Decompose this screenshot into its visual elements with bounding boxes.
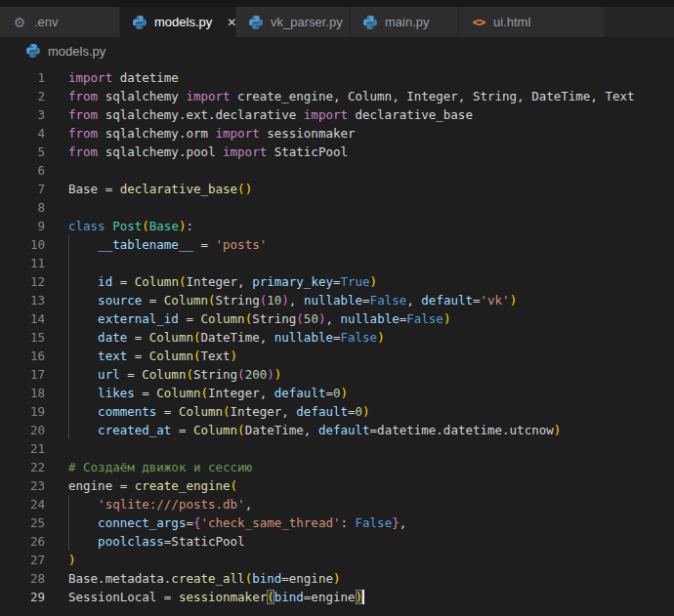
line-number: 29 (0, 588, 45, 606)
code-text: Base.metadata.create_all(bind=engine) (68, 569, 674, 588)
tab--env[interactable]: ⚙.env (0, 7, 119, 37)
tab-ui-html[interactable]: <>ui.html (459, 7, 604, 37)
line-number: 21 (0, 439, 45, 458)
code-line[interactable]: 20 created_at = Column(DateTime, default… (0, 421, 674, 439)
line-number: 26 (0, 532, 45, 551)
code-text: # Создаём движок и сессию (68, 458, 674, 476)
code-line[interactable]: 29SessionLocal = sessionmaker(bind=engin… (0, 588, 674, 606)
code-text (68, 439, 674, 458)
gear-icon: ⚙ (12, 15, 27, 30)
line-number: 6 (0, 161, 45, 180)
code-text: url = Column(String(200)) (68, 365, 674, 384)
titlebar-edge (0, 0, 674, 7)
code-line[interactable]: 18 likes = Column(Integer, default=0) (0, 384, 674, 402)
code-line[interactable]: 13 source = Column(String(10), nullable=… (0, 291, 674, 309)
python-icon (362, 15, 378, 30)
tab-vk_parser-py[interactable]: vk_parser.py (236, 7, 350, 37)
code-line[interactable]: 9class Post(Base): (0, 217, 674, 235)
code-text: source = Column(String(10), nullable=Fal… (68, 291, 674, 309)
code-text: from sqlalchemy.orm import sessionmaker (68, 124, 674, 143)
code-text: from sqlalchemy.ext.declarative import d… (68, 105, 674, 124)
code-line[interactable]: 28Base.metadata.create_all(bind=engine) (0, 569, 674, 588)
code-line[interactable]: 3from sqlalchemy.ext.declarative import … (0, 105, 674, 124)
line-number: 28 (0, 569, 45, 588)
code-line[interactable]: 17 url = Column(String(200)) (0, 365, 674, 384)
vscode-window: ⚙.envmodels.py✕vk_parser.pymain.py<>ui.h… (0, 0, 674, 616)
line-number: 7 (0, 180, 45, 198)
code-line[interactable]: 5from sqlalchemy.pool import StaticPool (0, 143, 674, 161)
line-number: 24 (0, 495, 45, 513)
code-line[interactable]: 7Base = declarative_base() (0, 180, 674, 198)
code-text (68, 254, 674, 272)
tab-label: models.py (154, 15, 212, 29)
line-number: 2 (0, 87, 45, 105)
line-number: 9 (0, 217, 45, 235)
line-number: 8 (0, 198, 45, 217)
line-number: 16 (0, 347, 45, 365)
tab-label: vk_parser.py (271, 15, 343, 29)
close-icon[interactable]: ✕ (227, 17, 236, 28)
code-line[interactable]: 26 poolclass=StaticPool (0, 532, 674, 551)
text-cursor (362, 590, 364, 604)
code-line[interactable]: 11 (0, 254, 674, 272)
line-number: 10 (0, 235, 45, 254)
line-number: 4 (0, 124, 45, 143)
code-text: created_at = Column(DateTime, default=da… (68, 421, 674, 439)
code-line[interactable]: 12 id = Column(Integer, primary_key=True… (0, 272, 674, 291)
tab-label: .env (34, 15, 59, 29)
line-number: 23 (0, 476, 45, 495)
code-text: import datetime (68, 68, 674, 87)
code-line[interactable]: 22# Создаём движок и сессию (0, 458, 674, 476)
breadcrumb-label: models.py (48, 44, 105, 59)
code-line[interactable]: 23engine = create_engine( (0, 476, 674, 495)
html-icon: <> (471, 15, 486, 30)
code-line[interactable]: 6 (0, 161, 674, 180)
line-number: 14 (0, 309, 45, 328)
code-text: connect_args={'check_same_thread': False… (68, 513, 674, 532)
code-line[interactable]: 14 external_id = Column(String(50), null… (0, 309, 674, 328)
line-number: 19 (0, 402, 45, 421)
line-number: 11 (0, 254, 45, 272)
line-number: 17 (0, 365, 45, 384)
line-number: 5 (0, 143, 45, 161)
code-text: engine = create_engine( (68, 476, 674, 495)
line-number: 13 (0, 291, 45, 309)
tab-models-py[interactable]: models.py✕ (120, 7, 235, 37)
code-text (68, 161, 674, 180)
line-number: 18 (0, 384, 45, 402)
breadcrumb[interactable]: models.py (0, 37, 674, 64)
line-number: 1 (0, 68, 45, 87)
code-line[interactable]: 10 __tablename__ = 'posts' (0, 235, 674, 254)
tab-bar: ⚙.envmodels.py✕vk_parser.pymain.py<>ui.h… (0, 7, 674, 37)
code-text (68, 198, 674, 217)
code-text: __tablename__ = 'posts' (68, 235, 674, 254)
code-text: id = Column(Integer, primary_key=True) (68, 272, 674, 291)
code-text: class Post(Base): (68, 217, 674, 235)
code-line[interactable]: 19 comments = Column(Integer, default=0) (0, 402, 674, 421)
code-line[interactable]: 21 (0, 439, 674, 458)
code-text: comments = Column(Integer, default=0) (68, 402, 674, 421)
code-editor[interactable]: 1import datetime2from sqlalchemy import … (0, 64, 674, 616)
code-line[interactable]: 24 'sqlite:///posts.db', (0, 495, 674, 513)
code-line[interactable]: 25 connect_args={'check_same_thread': Fa… (0, 513, 674, 532)
code-line[interactable]: 8 (0, 198, 674, 217)
python-icon (25, 43, 41, 59)
code-text: Base = declarative_base() (68, 180, 674, 198)
tab-label: ui.html (493, 15, 530, 29)
line-number: 12 (0, 272, 45, 291)
tab-main-py[interactable]: main.py (351, 7, 458, 37)
code-line[interactable]: 27) (0, 551, 674, 569)
code-text: poolclass=StaticPool (68, 532, 674, 551)
code-text: from sqlalchemy.pool import StaticPool (68, 143, 674, 161)
code-text: 'sqlite:///posts.db', (68, 495, 674, 513)
code-line[interactable]: 16 text = Column(Text) (0, 347, 674, 365)
code-text: SessionLocal = sessionmaker(bind=engine) (68, 588, 674, 606)
code-line[interactable]: 4from sqlalchemy.orm import sessionmaker (0, 124, 674, 143)
line-number: 27 (0, 551, 45, 569)
code-line[interactable]: 1import datetime (0, 68, 674, 87)
line-number: 15 (0, 328, 45, 347)
python-icon (132, 15, 147, 30)
code-line[interactable]: 15 date = Column(DateTime, nullable=Fals… (0, 328, 674, 347)
code-text: date = Column(DateTime, nullable=False) (68, 328, 674, 347)
code-line[interactable]: 2from sqlalchemy import create_engine, C… (0, 87, 674, 105)
